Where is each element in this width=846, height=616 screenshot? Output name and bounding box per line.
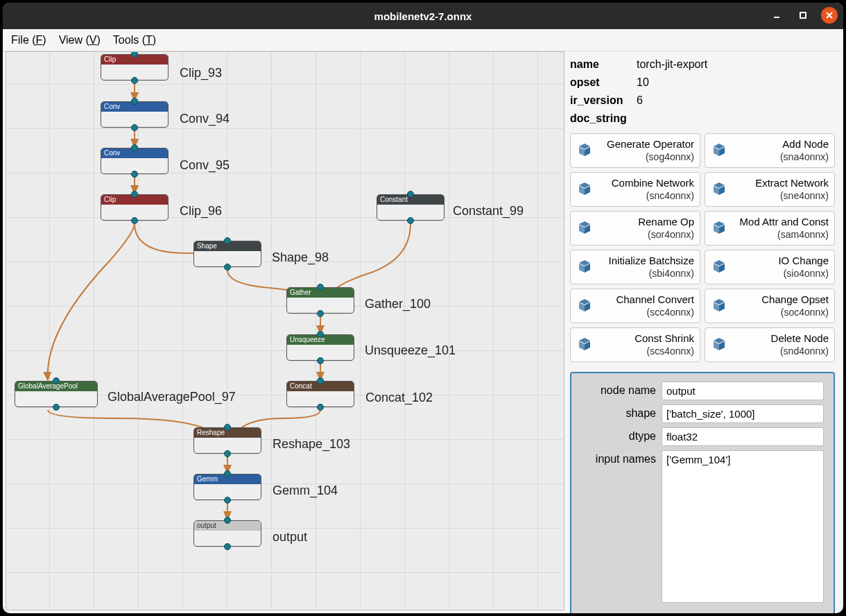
graph-node-shape98[interactable]: Shape	[193, 241, 261, 267]
port-out[interactable]	[131, 171, 138, 178]
graph-node-clip96[interactable]: Clip	[101, 194, 169, 221]
graph-label-shape98: Shape_98	[272, 250, 329, 265]
graph-node-conv95[interactable]: Conv	[101, 148, 169, 174]
port-in[interactable]	[224, 237, 231, 244]
meta-row-opset: opset10	[570, 74, 835, 92]
button-label: Channel Convert(scc4onnx)	[597, 293, 694, 318]
side-panel: nametorch-jit-exportopset10ir_version6do…	[564, 51, 840, 610]
port-in[interactable]	[131, 98, 138, 105]
tool-button[interactable]: Const Shrink(scs4onnx)	[570, 327, 700, 362]
graph-edges	[6, 52, 564, 610]
window-title: mobilenetv2-7.onnx	[374, 10, 472, 22]
port-in[interactable]	[407, 191, 414, 198]
close-button[interactable]	[821, 7, 838, 24]
port-out[interactable]	[131, 124, 138, 131]
graph-node-gemm104[interactable]: Gemm	[193, 474, 261, 500]
tool-button[interactable]: Initialize Batchsize(sbi4onnx)	[570, 250, 700, 284]
prop-input-dtype[interactable]	[662, 427, 824, 446]
graph-label-output: output	[273, 530, 307, 545]
tool-button[interactable]: Change Opset(soc4onnx)	[705, 289, 835, 323]
cube-icon	[709, 335, 729, 354]
prop-label-input-names: input names	[581, 450, 656, 465]
port-in[interactable]	[53, 377, 60, 384]
graph-node-unsq101[interactable]: Unsqueeze	[286, 334, 354, 361]
button-label: Mod Attr and Const(sam4onnx)	[732, 216, 829, 241]
meta-key: opset	[570, 74, 630, 92]
port-in[interactable]	[317, 377, 324, 384]
port-out[interactable]	[317, 404, 324, 411]
tool-button[interactable]: Rename Op(sor4onnx)	[570, 211, 700, 246]
tool-button[interactable]: Add Node(sna4onnx)	[705, 133, 835, 168]
prop-input-input-names[interactable]	[662, 450, 824, 603]
graph-label-gap97: GlobalAveragePool_97	[107, 390, 236, 404]
prop-input-shape[interactable]	[662, 404, 824, 423]
app-window: mobilenetv2-7.onnx File (F) View (V) Too…	[3, 3, 843, 613]
button-label: IO Change(sio4onnx)	[732, 255, 829, 280]
graph-node-reshape103[interactable]: Reshape	[193, 427, 261, 454]
graph-label-gemm104: Gemm_104	[273, 484, 338, 498]
cube-icon	[709, 257, 729, 277]
meta-val: 6	[637, 92, 643, 110]
graph-node-concat102[interactable]: Concat	[286, 381, 354, 407]
port-out[interactable]	[224, 497, 231, 504]
meta-row-name: nametorch-jit-export	[570, 55, 835, 74]
prop-label-dtype: dtype	[581, 427, 656, 443]
cube-icon	[575, 180, 594, 199]
cube-icon	[575, 296, 594, 316]
port-out[interactable]	[224, 450, 231, 457]
graph-label-unsq101: Unsqueeze_101	[365, 343, 456, 358]
tool-button[interactable]: Delete Node(snd4onnx)	[705, 327, 835, 362]
port-out[interactable]	[131, 217, 138, 224]
button-label: Rename Op(sor4onnx)	[597, 216, 694, 241]
cube-icon	[709, 141, 729, 160]
tool-button[interactable]: Channel Convert(scc4onnx)	[570, 289, 700, 323]
graph-node-clip93[interactable]: Clip	[101, 54, 169, 80]
tool-button[interactable]: Combine Network(snc4onnx)	[570, 172, 700, 207]
cube-icon	[575, 141, 594, 160]
graph-node-output[interactable]: output	[193, 520, 261, 547]
graph-label-gather100: Gather_100	[365, 297, 431, 311]
port-out[interactable]	[317, 357, 324, 364]
tool-button[interactable]: Extract Network(sne4onnx)	[705, 172, 835, 207]
minimize-button[interactable]	[768, 7, 785, 24]
button-label: Const Shrink(scs4onnx)	[597, 332, 694, 357]
graph-label-conv95: Conv_95	[180, 158, 230, 173]
port-in[interactable]	[224, 424, 231, 431]
port-out[interactable]	[407, 217, 414, 224]
menu-file[interactable]: File (F)	[11, 34, 46, 46]
port-in[interactable]	[131, 191, 138, 198]
meta-key: name	[570, 55, 630, 74]
prop-label-node-name: node name	[581, 382, 656, 397]
port-in[interactable]	[131, 144, 138, 151]
graph-label-clip96: Clip_96	[180, 204, 222, 219]
button-label: Combine Network(snc4onnx)	[597, 177, 694, 202]
prop-input-node-name[interactable]	[662, 382, 824, 400]
graph-node-gap97[interactable]: GlobalAveragePool	[15, 381, 98, 407]
port-out[interactable]	[317, 310, 324, 317]
tool-button[interactable]: Generate Operator(sog4onnx)	[570, 133, 700, 168]
graph-node-const99[interactable]: Constant	[377, 194, 444, 221]
maximize-button[interactable]	[795, 7, 811, 24]
window-controls	[768, 7, 838, 24]
port-in[interactable]	[224, 517, 231, 524]
menu-view[interactable]: View (V)	[59, 34, 101, 46]
button-label: Initialize Batchsize(sbi4onnx)	[597, 255, 694, 280]
button-label: Extract Network(sne4onnx)	[732, 177, 829, 202]
port-in[interactable]	[317, 284, 324, 291]
button-label: Delete Node(snd4onnx)	[732, 332, 829, 357]
graph-node-gather100[interactable]: Gather	[286, 287, 354, 314]
graph-canvas[interactable]: ClipClip_93ConvConv_94ConvConv_95ClipCli…	[6, 51, 564, 610]
port-out[interactable]	[53, 404, 60, 411]
port-in[interactable]	[317, 331, 324, 338]
button-label: Add Node(sna4onnx)	[732, 138, 829, 163]
tool-button[interactable]: Mod Attr and Const(sam4onnx)	[705, 211, 835, 246]
meta-val: 10	[637, 74, 649, 92]
port-out[interactable]	[224, 543, 231, 550]
menu-tools[interactable]: Tools (T)	[113, 34, 156, 46]
port-out[interactable]	[224, 264, 231, 271]
port-in[interactable]	[224, 470, 231, 477]
port-out[interactable]	[131, 77, 138, 84]
model-meta: nametorch-jit-exportopset10ir_version6do…	[570, 55, 835, 128]
tool-button[interactable]: IO Change(sio4onnx)	[705, 250, 835, 284]
graph-node-conv94[interactable]: Conv	[101, 101, 169, 128]
